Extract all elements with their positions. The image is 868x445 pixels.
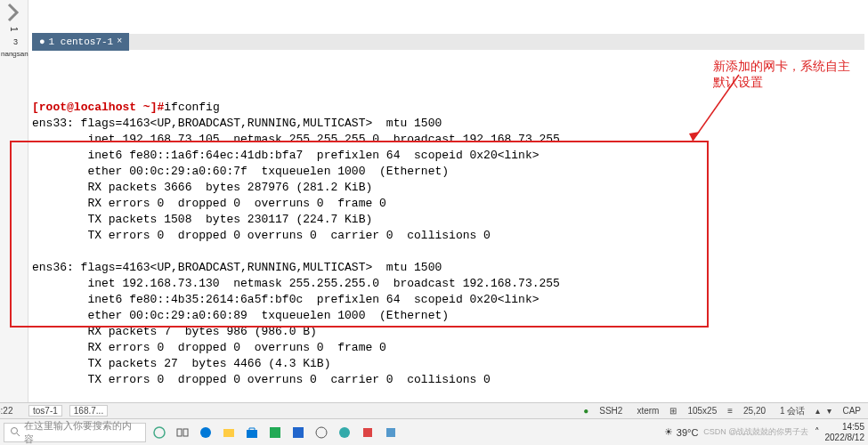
chevron-up-icon[interactable]: ▴ xyxy=(815,406,820,416)
sidebar-item-2b: nangsan xyxy=(0,50,28,58)
ens36-line: TX errors 0 dropped 0 overruns 0 carrier… xyxy=(32,373,491,386)
svg-point-13 xyxy=(339,427,350,438)
chevron-down-icon[interactable]: ▾ xyxy=(827,406,831,416)
status-size: 105x25 xyxy=(684,406,720,416)
svg-rect-14 xyxy=(363,428,372,437)
prompt-host: localhost xyxy=(74,101,136,114)
tab-centos7[interactable]: ● 1 centos7-1 × xyxy=(32,33,129,51)
weather-widget[interactable]: ☀ 39°C xyxy=(664,426,699,438)
sidebar-item-1[interactable]: 1 xyxy=(0,27,19,32)
cmd-ifconfig: ifconfig xyxy=(164,101,219,114)
ens33-line: inet6 fe80::1a6f:64ec:41db:bfa7 prefixle… xyxy=(32,149,539,162)
term-size-icon: ⊞ xyxy=(669,406,677,416)
svg-point-2 xyxy=(12,427,18,433)
ens33-line: RX errors 0 dropped 0 overruns 0 frame 0 xyxy=(32,197,386,210)
ens33-line: TX packets 1508 bytes 230117 (224.7 KiB) xyxy=(32,213,372,226)
weather-temp: 39°C xyxy=(677,427,699,438)
search-icon xyxy=(10,426,20,439)
ens33-line: ens33: flags=4163<UP,BROADCAST,RUNNING,M… xyxy=(32,117,442,130)
annotation-text: 新添加的网卡，系统自主 默认设置 xyxy=(713,59,850,91)
svg-rect-5 xyxy=(177,429,182,436)
terminal-content[interactable]: [root@localhost ~]#ifconfig ens33: flags… xyxy=(32,82,864,445)
app1-icon[interactable] xyxy=(265,423,285,442)
svg-line-3 xyxy=(17,433,20,436)
status-term: xterm xyxy=(633,406,662,416)
edge-icon[interactable] xyxy=(196,423,215,442)
svg-rect-10 xyxy=(270,427,280,438)
tab-title: 1 centos7-1 xyxy=(49,34,114,50)
dell-icon[interactable] xyxy=(312,423,331,442)
sun-icon: ☀ xyxy=(664,426,673,438)
app5-icon[interactable] xyxy=(381,423,401,442)
annotation-line1: 新添加的网卡，系统自主 xyxy=(713,59,850,75)
explorer-icon[interactable] xyxy=(219,423,239,442)
ens36-line: inet 192.168.73.130 netmask 255.255.255.… xyxy=(32,277,560,290)
svg-rect-15 xyxy=(386,428,395,437)
cortana-icon[interactable] xyxy=(150,423,169,442)
status-host-tab[interactable]: tos7-1 xyxy=(28,405,62,417)
ens33-line: TX errors 0 dropped 0 overruns 0 carrier… xyxy=(32,229,491,242)
clock[interactable]: 14:55 2022/8/12 xyxy=(825,422,865,443)
ens36-line: ens36: flags=4163<UP,BROADCAST,RUNNING,M… xyxy=(32,261,442,274)
status-ssh: SSH2 xyxy=(596,406,626,416)
ens33-line: RX packets 3666 bytes 287976 (281.2 KiB) xyxy=(32,181,372,194)
app3-icon[interactable] xyxy=(335,423,354,442)
status-pos: 25,20 xyxy=(740,406,769,416)
cursor-pos-icon: ≡ xyxy=(727,406,733,416)
prompt-user: root xyxy=(39,101,67,114)
sidebar-item-2[interactable]: 3 xyxy=(0,37,28,46)
ens36-line: RX packets 7 bytes 986 (986.0 B) xyxy=(32,325,317,338)
watermark: CSDN @战战兢兢的你男子去 xyxy=(703,426,808,438)
ens36-line: inet6 fe80::4b35:2614:6a5f:bf0c prefixle… xyxy=(32,293,539,306)
system-tray: ☀ 39°C CSDN @战战兢兢的你男子去 ˄ 14:55 2022/8/12 xyxy=(664,422,864,443)
svg-point-7 xyxy=(200,427,211,438)
ens33-line: inet 192.168.73.105 netmask 255.255.255.… xyxy=(32,133,560,146)
ens36-line: RX errors 0 dropped 0 overruns 0 frame 0 xyxy=(32,341,386,354)
status-bar: tos7-1 168.7... 73.105:22 ● SSH2 xterm ⊞… xyxy=(0,402,868,418)
ens33-line: ether 00:0c:29:a0:60:7f txqueuelen 1000 … xyxy=(32,165,449,178)
close-icon[interactable]: × xyxy=(117,34,122,50)
svg-rect-8 xyxy=(223,429,234,437)
search-placeholder: 在这里输入你要搜索的内容 xyxy=(24,419,140,446)
status-session: 1 会话 xyxy=(776,405,808,417)
sidebar-arrow-icon[interactable] xyxy=(4,2,25,23)
svg-point-4 xyxy=(154,427,165,438)
clock-time: 14:55 xyxy=(825,422,865,433)
app2-icon[interactable] xyxy=(288,423,308,442)
taskview-icon[interactable] xyxy=(173,423,192,442)
store-icon[interactable] xyxy=(242,423,262,442)
tab-bullet-icon: ● xyxy=(39,34,45,50)
tab-bar: ● 1 centos7-1 × xyxy=(32,34,864,50)
taskbar: 在这里输入你要搜索的内容 ☀ 39°C CSDN @战战兢兢的你男子去 ˄ 14… xyxy=(0,418,868,445)
left-sidebar: 1 3 nangsan xyxy=(0,0,28,427)
status-ip: 73.105:22 xyxy=(0,406,13,416)
app4-icon[interactable] xyxy=(358,423,377,442)
status-ip-tab[interactable]: 168.7... xyxy=(69,405,108,417)
svg-rect-6 xyxy=(183,429,188,436)
status-cap: CAP xyxy=(839,406,864,416)
ssh-indicator-icon: ● xyxy=(583,406,588,416)
clock-date: 2022/8/12 xyxy=(825,433,865,443)
search-input[interactable]: 在这里输入你要搜索的内容 xyxy=(4,423,146,442)
chevron-up-tray-icon[interactable]: ˄ xyxy=(815,426,820,438)
svg-point-12 xyxy=(316,427,327,438)
ens36-line: TX packets 27 bytes 4466 (4.3 KiB) xyxy=(32,357,330,370)
svg-rect-9 xyxy=(247,430,257,438)
svg-rect-11 xyxy=(293,427,304,438)
ens36-line: ether 00:0c:29:a0:60:89 txqueuelen 1000 … xyxy=(32,309,449,322)
annotation-line2: 默认设置 xyxy=(713,75,850,91)
